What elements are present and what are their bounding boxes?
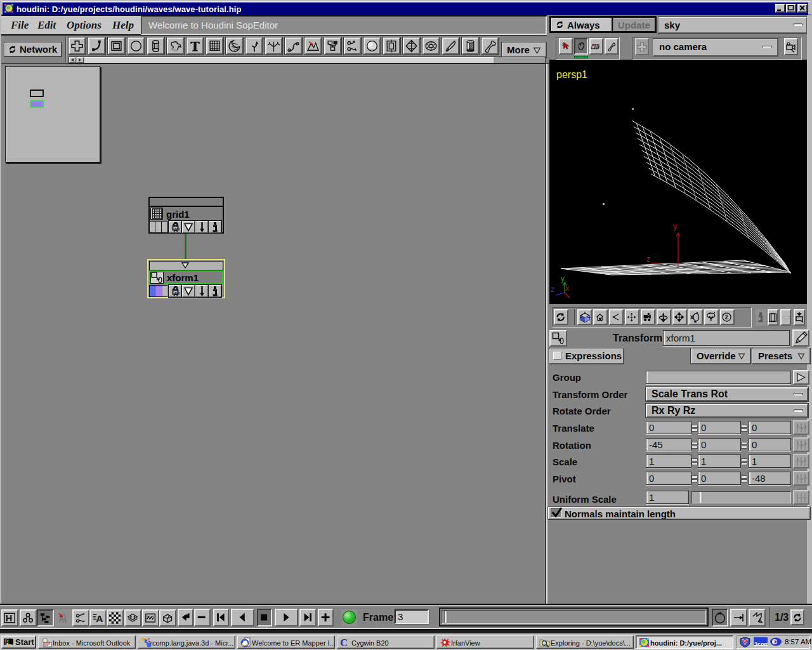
svg-text:persp1: persp1 bbox=[556, 69, 587, 80]
svg-text:Y: Y bbox=[709, 315, 713, 322]
svg-text:co: co bbox=[174, 291, 180, 295]
svg-text:y: y bbox=[561, 274, 565, 283]
svg-text:C: C bbox=[340, 637, 348, 647]
svg-text:z: z bbox=[646, 255, 650, 263]
svg-text:H: H bbox=[5, 613, 11, 623]
svg-text:co: co bbox=[174, 227, 180, 231]
svg-text:z: z bbox=[725, 313, 729, 321]
svg-text:z: z bbox=[551, 285, 554, 294]
svg-text:A: A bbox=[96, 613, 103, 623]
svg-text:x: x bbox=[565, 284, 569, 293]
svg-text:3com: 3com bbox=[754, 641, 768, 647]
svg-text:y: y bbox=[673, 222, 677, 231]
